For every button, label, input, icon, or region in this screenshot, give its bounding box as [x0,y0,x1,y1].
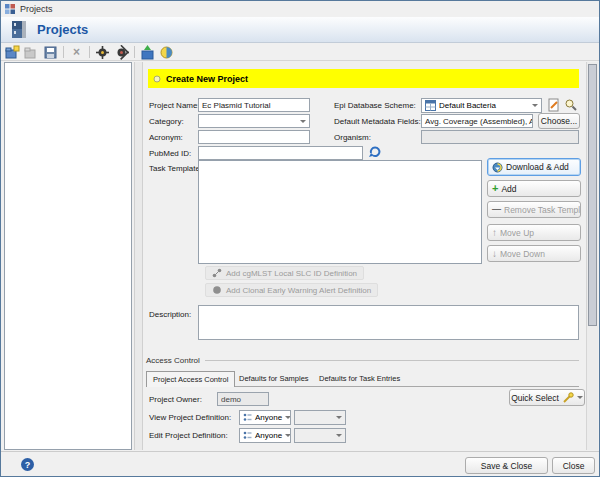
footer-divider [1,451,599,452]
add-clonal-label: Add Clonal Early Warning Alert Definitio… [226,286,371,295]
projects-icon [9,19,29,40]
tab-defaults-for-samples[interactable]: Defaults for Samples [233,371,315,386]
panel-splitter[interactable] [134,62,143,450]
download-and-add-button[interactable]: Download & Add [487,158,581,176]
banner-bullet-icon [153,75,161,83]
new-disabled-icon [23,45,40,60]
save-and-close-button[interactable]: Save & Close [465,457,548,474]
vertical-scrollbar[interactable] [586,62,598,450]
banner-title: Create New Project [166,74,248,84]
default-metadata-fields-value: Avg. Coverage (Assembled), Approximated … [421,114,533,128]
save-icon[interactable] [42,45,59,60]
close-label: Close [563,461,585,471]
quick-select-button[interactable]: Quick Select [509,389,585,406]
gear-icon[interactable] [94,45,111,60]
toolbar-separator [63,46,64,58]
chevron-down-icon [336,416,342,419]
title-bar[interactable]: Projects [1,1,599,17]
edit-definition-value: Anyone [255,431,282,440]
pubmed-id-input[interactable] [198,146,363,160]
save-and-close-label: Save & Close [481,461,533,471]
down-arrow-icon: ↓ [492,249,497,259]
pubmed-id-label: PubMed ID: [149,149,191,158]
page-title: Projects [37,22,88,37]
tab-project-access-control[interactable]: Project Access Control [146,371,235,387]
up-arrow-icon: ↑ [492,228,497,238]
organism-input [421,130,579,144]
epi-database-scheme-select[interactable]: Default Bacteria [421,98,542,113]
project-name-input[interactable] [198,98,310,112]
plus-icon: + [492,183,498,194]
project-owner-input [217,392,269,406]
remove-task-template-button: — Remove Task Template [487,201,581,218]
remove-label: Remove Task Template [504,205,581,215]
minus-icon: — [492,205,501,214]
epi-database-scheme-label: Epi Database Scheme: [334,101,416,110]
toolbar: × [1,44,599,61]
tab-label: Defaults for Task Entries [319,374,400,383]
move-down-button: ↓ Move Down [487,245,581,262]
gear-alt-icon[interactable] [113,45,130,60]
project-owner-label: Project Owner: [149,395,202,404]
cgmlst-network-icon [212,268,222,278]
page-header: Projects [1,17,599,43]
add-label: Add [501,184,516,194]
edit-project-definition-select[interactable]: Anyone [239,428,291,443]
organism-label: Organism: [334,133,371,142]
default-metadata-fields-label: Default Metadata Fields: [334,117,421,126]
edit-project-definition-label: Edit Project Definition: [149,431,228,440]
scrollbar-thumb[interactable] [588,64,597,326]
help-icon[interactable]: ? [21,458,34,471]
move-down-label: Move Down [500,249,545,259]
add-button[interactable]: + Add [487,180,581,197]
scheme-grid-icon [425,100,436,111]
choose-label: Choose... [541,116,577,126]
task-templates-list[interactable] [198,160,482,264]
toolbar-separator [89,46,90,58]
web-icon[interactable] [158,45,175,60]
description-label: Description: [149,310,191,319]
close-button[interactable]: Close [552,457,595,474]
epi-database-scheme-value: Default Bacteria [439,101,496,110]
view-definition-secondary-select [294,410,346,425]
category-select[interactable] [198,114,310,128]
window-title: Projects [20,4,53,14]
tab-label: Defaults for Samples [239,374,309,383]
description-textarea[interactable] [198,305,579,340]
view-project-definition-select[interactable]: Anyone [239,410,291,425]
download-globe-icon [492,162,503,173]
clonal-circle-icon [212,285,222,295]
projects-window: Projects Projects × [0,0,600,477]
toolbar-separator [134,46,135,58]
people-icon [243,413,252,422]
quick-select-label: Quick Select [511,393,559,403]
chevron-down-icon [577,396,583,399]
add-clonal-alert-button: Add Clonal Early Warning Alert Definitio… [205,283,378,297]
people-icon [243,431,252,440]
projects-list[interactable] [4,62,132,450]
acronym-input[interactable] [198,130,310,144]
download-and-add-label: Download & Add [506,162,569,172]
category-label: Category: [149,117,184,126]
chevron-down-icon [285,416,291,419]
wand-icon [562,392,574,404]
chevron-down-icon [532,104,538,107]
chevron-down-icon [300,120,306,123]
acronym-label: Acronym: [149,133,183,142]
edit-definition-secondary-select [294,428,346,443]
create-project-banner: Create New Project [148,69,579,88]
delete-icon: × [68,45,85,60]
access-control-legend: Access Control [146,356,200,365]
new-icon[interactable] [4,45,21,60]
project-name-label: Project Name: [149,101,200,110]
choose-metadata-button[interactable]: Choose... [538,113,580,129]
window-icon [5,4,15,14]
fieldset-rule [205,360,579,361]
chevron-down-icon [285,434,291,437]
view-definition-value: Anyone [255,413,282,422]
chevron-down-icon [336,434,342,437]
tab-label: Project Access Control [153,375,228,384]
move-up-label: Move Up [500,228,534,238]
upload-icon[interactable] [139,45,156,60]
tab-defaults-for-task-entries[interactable]: Defaults for Task Entries [313,371,406,386]
